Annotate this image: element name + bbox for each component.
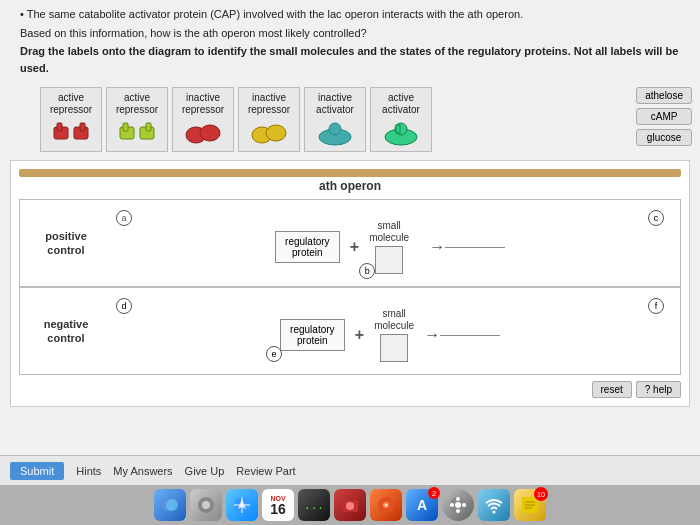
svg-rect-3 [80, 123, 85, 131]
svg-point-11 [266, 125, 286, 141]
dock-appstore[interactable]: A 2 [406, 489, 438, 521]
molecule-athelose-btn[interactable]: athelose [636, 87, 692, 104]
main-content: • The same catabolite activator protein … [0, 0, 700, 455]
diagram-action-buttons: reset ? help [19, 381, 681, 398]
reset-button[interactable]: reset [592, 381, 632, 398]
dock-photos-app[interactable] [334, 489, 366, 521]
instruction-line2: Based on this information, how is the at… [20, 25, 690, 42]
card2-icon [118, 119, 156, 147]
negative-molecule-group: smallmolecule [374, 308, 414, 362]
position-d-label: d [116, 298, 132, 314]
svg-rect-1 [57, 123, 62, 131]
instructions-block: • The same catabolite activator protein … [0, 0, 700, 81]
mac-dock: NOV 16 ... A 2 10 [0, 485, 700, 525]
dock-wifi-app[interactable] [478, 489, 510, 521]
negative-molecule-box[interactable] [380, 334, 408, 362]
taskbar-give-up[interactable]: Give Up [185, 465, 225, 477]
svg-rect-7 [146, 123, 151, 131]
label-card-inactive-activator[interactable]: inactiveactivator [304, 87, 366, 152]
positive-plus: + [350, 238, 359, 256]
svg-point-36 [493, 511, 496, 514]
positive-molecule-label: smallmolecule [369, 220, 409, 244]
svg-point-29 [385, 504, 387, 506]
molecule-glucose-btn[interactable]: glucose [636, 129, 692, 146]
diagram-title: ath operon [19, 179, 681, 193]
positive-regulatory-protein[interactable]: regulatoryprotein [275, 231, 340, 263]
svg-point-13 [329, 123, 341, 135]
positive-control-row: positivecontrol a regulatoryprotein + sm… [19, 199, 681, 287]
negative-control-row: negativecontrol d regulatoryprotein + sm… [19, 287, 681, 375]
label-card-inactive-repressor-yellow[interactable]: inactiverepressor [238, 87, 300, 152]
taskbar: Submit Hints My Answers Give Up Review P… [0, 455, 700, 485]
diagram-rows: positivecontrol a regulatoryprotein + sm… [19, 199, 681, 375]
positive-molecule-box[interactable] [375, 246, 403, 274]
dock-launchpad[interactable] [190, 489, 222, 521]
submit-button[interactable]: Submit [10, 462, 64, 480]
side-molecules-area: athelose cAMP glucose [636, 87, 692, 146]
negative-control-label: negativecontrol [26, 317, 106, 346]
card5-icon [316, 119, 354, 147]
svg-point-31 [455, 502, 461, 508]
position-f-label: f [648, 298, 664, 314]
label-cards-area: activerepressor activerepressor [0, 81, 442, 156]
label-card-active-repressor-red[interactable]: activerepressor [40, 87, 102, 152]
dock-calendar[interactable]: NOV 16 [262, 489, 294, 521]
svg-point-26 [346, 502, 354, 510]
label-card-active-repressor-yellow[interactable]: activerepressor [106, 87, 168, 152]
svg-point-9 [200, 125, 220, 141]
svg-point-33 [456, 509, 460, 513]
card1-icon [52, 119, 90, 147]
positive-molecule-group: smallmolecule [369, 220, 409, 274]
dock-system-prefs[interactable] [442, 489, 474, 521]
negative-arrow: → [424, 326, 440, 344]
instruction-line3: Drag the labels onto the diagram to iden… [20, 43, 690, 76]
svg-rect-5 [123, 123, 128, 131]
dock-finder[interactable] [154, 489, 186, 521]
taskbar-review-part[interactable]: Review Part [236, 465, 295, 477]
position-c-label: c [648, 210, 664, 226]
dock-stickies-badge: 10 [534, 487, 548, 501]
svg-point-18 [166, 499, 178, 511]
labels-and-molecules-area: activerepressor activerepressor [0, 81, 700, 156]
negative-regulatory-protein[interactable]: regulatoryprotein [280, 319, 345, 351]
svg-point-32 [456, 497, 460, 501]
svg-point-20 [202, 501, 210, 509]
label-card-active-activator[interactable]: activeactivator [370, 87, 432, 152]
dock-safari[interactable] [226, 489, 258, 521]
taskbar-hints[interactable]: Hints [76, 465, 101, 477]
taskbar-my-answers[interactable]: My Answers [113, 465, 172, 477]
card2-text: activerepressor [116, 92, 158, 116]
dock-terminal[interactable]: ... [298, 489, 330, 521]
molecule-camp-btn[interactable]: cAMP [636, 108, 692, 125]
dock-stickies[interactable]: 10 [514, 489, 546, 521]
card6-text: activeactivator [382, 92, 420, 116]
negative-plus: + [355, 326, 364, 344]
card3-icon [184, 119, 222, 147]
positive-arrow: → [429, 238, 445, 256]
positive-control-label: positivecontrol [26, 229, 106, 258]
card3-text: inactiverepressor [182, 92, 224, 116]
dock-badge: 2 [428, 487, 440, 499]
position-e-label: e [266, 346, 282, 362]
negative-molecule-label: smallmolecule [374, 308, 414, 332]
card4-text: inactiverepressor [248, 92, 290, 116]
position-a-label: a [116, 210, 132, 226]
svg-rect-16 [396, 125, 400, 133]
ath-header-bar [19, 169, 681, 177]
card6-icon [382, 119, 420, 147]
dock-music-app[interactable] [370, 489, 402, 521]
card5-text: inactiveactivator [316, 92, 354, 116]
help-button[interactable]: ? help [636, 381, 681, 398]
svg-point-34 [450, 503, 454, 507]
instruction-line1: • The same catabolite activator protein … [20, 6, 690, 23]
label-card-inactive-repressor-red[interactable]: inactiverepressor [172, 87, 234, 152]
diagram-container: ath operon positivecontrol a regulatoryp… [10, 160, 690, 407]
svg-point-35 [462, 503, 466, 507]
card1-text: activerepressor [50, 92, 92, 116]
card4-icon [250, 119, 288, 147]
